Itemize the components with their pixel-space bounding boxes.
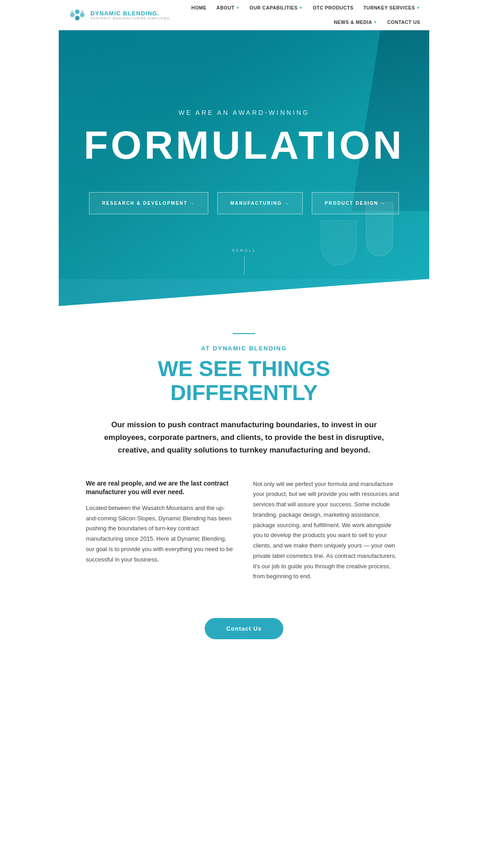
hero-btn-manufacturing[interactable]: MANUFACTURING →: [217, 192, 303, 214]
hero-title: FORMULATION: [84, 125, 404, 165]
chevron-down-icon: ▼: [417, 6, 420, 10]
logo-text: DYNAMIC BLENDING. CONTRACT MANUFACTURING…: [90, 10, 171, 20]
nav-rows: HOME ABOUT ▼ OUR CAPABILITIES ▼ OTC PROD…: [171, 0, 420, 29]
nav-home[interactable]: HOME: [192, 5, 207, 10]
nav-capabilities[interactable]: OUR CAPABILITIES ▼: [249, 5, 303, 10]
about-heading-line1: WE SEE THINGS: [158, 357, 330, 381]
logo-icon: [68, 5, 87, 24]
chevron-down-icon: ▼: [236, 6, 239, 10]
scroll-line: [244, 256, 244, 274]
nav-about[interactable]: ABOUT ▼: [216, 5, 239, 10]
col-right-body: Not only will we perfect your formula an…: [253, 479, 402, 582]
hero-btn-research[interactable]: RESEARCH & DEVELOPMENT →: [89, 192, 208, 214]
nav-news[interactable]: NEWS & MEDIA ▼: [334, 19, 377, 25]
scroll-indicator: SCROLL: [232, 248, 256, 274]
navbar: DYNAMIC BLENDING. CONTRACT MANUFACTURING…: [59, 0, 429, 30]
svg-point-1: [75, 9, 80, 14]
about-section: AT DYNAMIC BLENDING WE SEE THINGS DIFFER…: [59, 306, 429, 600]
about-label: AT DYNAMIC BLENDING: [86, 345, 402, 352]
logo-name: DYNAMIC BLENDING.: [90, 10, 171, 17]
about-col-left: We are real people, and we are the last …: [86, 479, 235, 582]
logo-tagline: CONTRACT MANUFACTURING SIMPLIFIED.: [90, 17, 171, 20]
contact-area: Contact Us: [59, 600, 429, 648]
section-divider: [233, 333, 255, 334]
hero-diagonal-cut: [59, 279, 429, 306]
nav-contact[interactable]: CONTACT US: [387, 19, 420, 25]
chevron-down-icon: ▼: [299, 6, 303, 10]
svg-point-2: [80, 13, 84, 17]
nav-row-top: HOME ABOUT ▼ OUR CAPABILITIES ▼ OTC PROD…: [192, 0, 420, 15]
scroll-label: SCROLL: [232, 248, 256, 253]
nav-turnkey[interactable]: TURNKEY SERVICES ▼: [363, 5, 420, 10]
hero-buttons: RESEARCH & DEVELOPMENT → MANUFACTURING →…: [84, 192, 404, 214]
about-col-right: Not only will we perfect your formula an…: [253, 479, 402, 582]
nav-otc[interactable]: OTC PRODUCTS: [313, 5, 353, 10]
svg-point-0: [70, 13, 75, 17]
logo[interactable]: DYNAMIC BLENDING. CONTRACT MANUFACTURING…: [68, 0, 171, 30]
svg-point-3: [75, 16, 80, 20]
about-heading: WE SEE THINGS DIFFERENTLY: [86, 357, 402, 405]
hero-subtitle: WE ARE AN AWARD-WINNING: [84, 109, 404, 116]
hero-btn-product[interactable]: PRODUCT DESIGN →: [312, 192, 399, 214]
svg-point-4: [71, 10, 74, 13]
contact-button[interactable]: Contact Us: [205, 618, 284, 639]
about-mission: Our mission to push contract manufacturi…: [99, 419, 389, 457]
about-heading-line2: DIFFERENTLY: [170, 381, 318, 405]
hero-bg-glass2: [321, 220, 357, 265]
nav-row-bottom: NEWS & MEDIA ▼ CONTACT US: [334, 15, 420, 29]
col-left-body: Located between the Wasatch Mountains an…: [86, 503, 235, 565]
svg-point-5: [81, 10, 84, 13]
chevron-down-icon: ▼: [374, 20, 377, 24]
col-left-heading: We are real people, and we are the last …: [86, 479, 235, 497]
hero-content: WE ARE AN AWARD-WINNING FORMULATION RESE…: [59, 109, 429, 214]
hero-section: WE ARE AN AWARD-WINNING FORMULATION RESE…: [59, 30, 429, 292]
about-two-col: We are real people, and we are the last …: [86, 479, 402, 582]
